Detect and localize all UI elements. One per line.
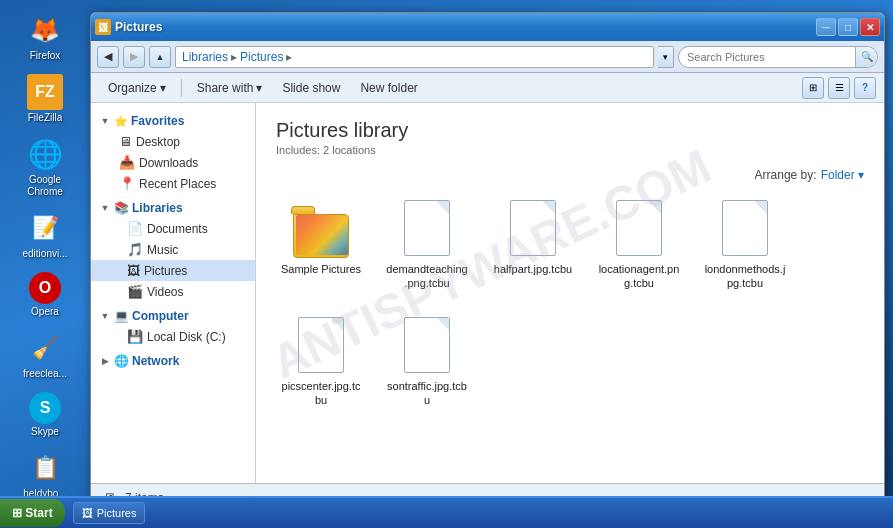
computer-text: Computer [132,309,189,323]
libraries-collapse-icon: ▼ [99,202,111,214]
sidebar-section-network: ▶ 🌐 Network [91,351,255,371]
file-item-demandteaching[interactable]: demandteaching.png.tcbu [382,194,472,295]
content-title: Pictures library [276,119,864,142]
address-path[interactable]: Libraries ▸ Pictures ▸ [175,46,654,68]
file-icon-demandteaching [397,198,457,258]
sidebar-section-computer: ▼ 💻 Computer 💾 Local Disk (C:) [91,306,255,347]
network-text: Network [132,354,179,368]
new-folder-button[interactable]: New folder [351,77,426,99]
filename-sontraffic: sontraffic.jpg.tcbu [386,379,468,408]
toolbar-right: ⊞ ☰ ? [802,77,876,99]
desktop-icon-sidebar: 🖥 [119,134,132,149]
sidebar-item-music[interactable]: 🎵 Music [91,239,255,260]
libraries-text: Libraries [132,201,183,215]
file-item-londonmethods[interactable]: londonmethods.jpg.tcbu [700,194,790,295]
back-button[interactable]: ◀ [97,46,119,68]
skype-label: Skype [31,426,59,438]
desktop-icon-skype[interactable]: S Skype [9,388,81,442]
pictures-icon: 🖼 [127,263,140,278]
sidebar-section-favorites: ▼ ⭐ Favorites 🖥 Desktop 📥 Downloads 📍 Re… [91,111,255,194]
maximize-button[interactable]: □ [838,18,858,36]
file-icon-londonmethods [715,198,775,258]
organize-button[interactable]: Organize ▾ [99,77,175,99]
sidebar-favorites-header[interactable]: ▼ ⭐ Favorites [91,111,255,131]
main-area: ▼ ⭐ Favorites 🖥 Desktop 📥 Downloads 📍 Re… [91,103,884,483]
heldybo-icon: 📋 [27,450,63,486]
close-button[interactable]: ✕ [860,18,880,36]
sidebar-item-desktop[interactable]: 🖥 Desktop [91,131,255,152]
minimize-button[interactable]: ─ [816,18,836,36]
filename-halfpart: halfpart.jpg.tcbu [494,262,572,276]
sidebar-item-videos[interactable]: 🎬 Videos [91,281,255,302]
sidebar-computer-header[interactable]: ▼ 💻 Computer [91,306,255,326]
desktop: 🦊 Firefox FZ FileZilla 🌐 Google Chrome 📝… [0,0,90,528]
local-disk-icon: 💾 [127,329,143,344]
file-icon-picscenter [291,315,351,375]
sidebar-item-local-disk[interactable]: 💾 Local Disk (C:) [91,326,255,347]
filename-picscenter: picscenter.jpg.tcbu [280,379,362,408]
share-with-button[interactable]: Share with ▾ [188,77,272,99]
network-expand-icon: ▶ [99,355,111,367]
start-button[interactable]: ⊞ Start [0,499,65,527]
file-item-locationagent[interactable]: locationagent.png.tcbu [594,194,684,295]
file-item-sample-pictures[interactable]: Sample Pictures [276,194,366,295]
file-icon-locationagent [609,198,669,258]
desktop-icon-opera[interactable]: O Opera [9,268,81,322]
freecleaner-icon: 🧹 [27,330,63,366]
sidebar-libraries-header[interactable]: ▼ 📚 Libraries [91,198,255,218]
taskbar-task-pictures[interactable]: 🖼 Pictures [73,502,146,524]
freecleaner-label: freeclea... [23,368,67,380]
slide-show-button[interactable]: Slide show [273,77,349,99]
arrange-bar: Arrange by: Folder ▾ [276,168,864,182]
path-text: Libraries [182,50,228,64]
desktop-icon-firefox[interactable]: 🦊 Firefox [9,8,81,66]
computer-collapse-icon: ▼ [99,310,111,322]
network-icon: 🌐 [114,354,129,368]
title-bar[interactable]: 🖼 Pictures ─ □ ✕ [91,13,884,41]
sidebar-network-header[interactable]: ▶ 🌐 Network [91,351,255,371]
path-dropdown-button[interactable]: ▾ [658,46,674,68]
content-area: Pictures library Includes: 2 locations A… [256,103,884,483]
folder-icon-sample-pictures [291,198,351,258]
up-button[interactable]: ▲ [149,46,171,68]
desktop-icon-chrome[interactable]: 🌐 Google Chrome [9,132,81,202]
filename-locationagent: locationagent.png.tcbu [598,262,680,291]
desktop-icon-filezilla[interactable]: FZ FileZilla [9,70,81,128]
filezilla-icon: FZ [27,74,63,110]
edition-label: editionvi... [22,248,67,260]
desktop-icon-freecleaner[interactable]: 🧹 freeclea... [9,326,81,384]
arrange-by-value[interactable]: Folder ▾ [821,168,864,182]
music-icon: 🎵 [127,242,143,257]
forward-button[interactable]: ▶ [123,46,145,68]
sidebar-section-libraries: ▼ 📚 Libraries 📄 Documents 🎵 Music 🖼 Pict… [91,198,255,302]
file-item-sontraffic[interactable]: sontraffic.jpg.tcbu [382,311,472,412]
documents-icon: 📄 [127,221,143,236]
favorites-text: Favorites [131,114,184,128]
sidebar-item-recent[interactable]: 📍 Recent Places [91,173,255,194]
file-item-halfpart[interactable]: halfpart.jpg.tcbu [488,194,578,295]
downloads-icon: 📥 [119,155,135,170]
search-button[interactable]: 🔍 [855,46,877,68]
edition-icon: 📝 [27,210,63,246]
opera-icon: O [29,272,61,304]
search-input[interactable] [679,51,855,63]
sidebar-item-pictures[interactable]: 🖼 Pictures [91,260,255,281]
toolbar: Organize ▾ Share with ▾ Slide show New f… [91,73,884,103]
desktop-icon-edition[interactable]: 📝 editionvi... [9,206,81,264]
firefox-icon: 🦊 [27,12,63,48]
view-options-button[interactable]: ⊞ [802,77,824,99]
file-item-picscenter[interactable]: picscenter.jpg.tcbu [276,311,366,412]
file-icon-halfpart [503,198,563,258]
chrome-icon: 🌐 [27,136,63,172]
view-toggle-button[interactable]: ☰ [828,77,850,99]
sidebar-item-documents[interactable]: 📄 Documents [91,218,255,239]
window-icon: 🖼 [95,19,111,35]
sidebar-item-downloads[interactable]: 📥 Downloads [91,152,255,173]
filename-londonmethods: londonmethods.jpg.tcbu [704,262,786,291]
path-text-2: Pictures [240,50,283,64]
search-box: 🔍 [678,46,878,68]
file-icon-sontraffic [397,315,457,375]
libraries-folder-icon: 📚 [114,201,129,215]
help-button[interactable]: ? [854,77,876,99]
skype-icon: S [29,392,61,424]
